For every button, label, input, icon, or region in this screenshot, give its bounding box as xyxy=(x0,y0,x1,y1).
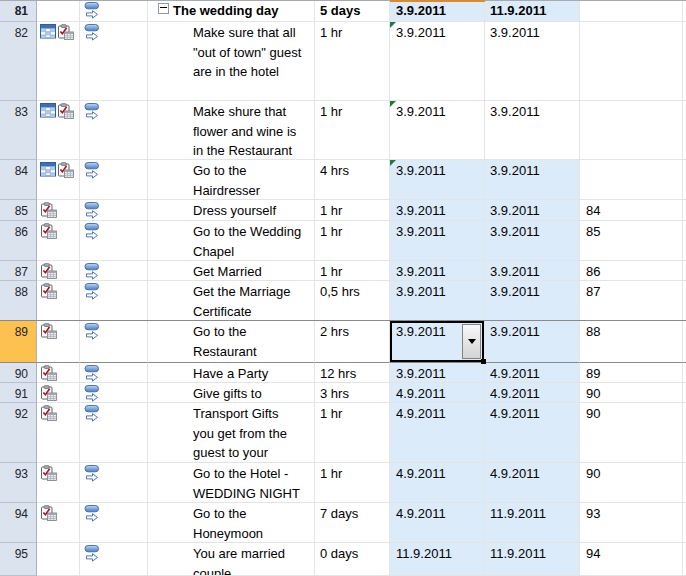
task-mode-cell[interactable] xyxy=(80,363,148,383)
row-id-cell[interactable]: 91 xyxy=(0,383,37,403)
indicators-cell[interactable] xyxy=(37,403,80,463)
finish-cell[interactable]: 3.9.2011 xyxy=(485,261,580,281)
task-mode-cell[interactable] xyxy=(80,101,148,160)
date-dropdown-button[interactable] xyxy=(462,324,481,359)
start-cell[interactable]: 3.9.2011 xyxy=(390,0,485,22)
task-name-cell[interactable]: You are married couple. xyxy=(148,543,315,576)
finish-cell[interactable]: 4.9.2011 xyxy=(485,363,580,383)
duration-cell[interactable]: 1 hr xyxy=(315,22,390,101)
duration-cell[interactable]: 1 hr xyxy=(315,221,390,261)
row-id-cell[interactable]: 84 xyxy=(0,160,37,200)
start-cell[interactable]: 3.9.2011 xyxy=(390,261,485,281)
start-cell[interactable]: 3.9.2011 xyxy=(390,321,485,363)
predecessors-cell[interactable]: 89 xyxy=(580,363,683,383)
start-cell[interactable]: 3.9.2011 xyxy=(390,101,485,160)
finish-cell[interactable]: 3.9.2011 xyxy=(485,281,580,321)
task-name-cell[interactable]: Make sure that all "out of town" guest a… xyxy=(148,22,315,101)
finish-cell[interactable]: 11.9.2011 xyxy=(485,543,580,576)
task-mode-cell[interactable] xyxy=(80,221,148,261)
row-id-cell[interactable]: 94 xyxy=(0,503,37,543)
start-cell[interactable]: 4.9.2011 xyxy=(390,403,485,463)
indicators-cell[interactable] xyxy=(37,281,80,321)
start-cell[interactable]: 3.9.2011 xyxy=(390,200,485,221)
task-mode-cell[interactable] xyxy=(80,0,148,22)
duration-cell[interactable]: 12 hrs xyxy=(315,363,390,383)
task-name-cell[interactable]: Go to the Restaurant xyxy=(148,321,315,363)
row-id-cell[interactable]: 90 xyxy=(0,363,37,383)
row-id-cell[interactable]: 86 xyxy=(0,221,37,261)
fill-handle[interactable] xyxy=(481,359,486,364)
duration-cell[interactable]: 1 hr xyxy=(315,403,390,463)
finish-cell[interactable]: 4.9.2011 xyxy=(485,383,580,403)
finish-cell[interactable]: 11.9.2011 xyxy=(485,0,580,22)
task-name-cell[interactable]: Give gifts to guests xyxy=(148,383,315,403)
task-mode-cell[interactable] xyxy=(80,261,148,281)
task-name-cell[interactable]: Go to the Honeymoon xyxy=(148,503,315,543)
indicators-cell[interactable] xyxy=(37,22,80,101)
predecessors-cell[interactable]: 86 xyxy=(580,261,683,281)
finish-cell[interactable]: 3.9.2011 xyxy=(485,160,580,200)
row-id-cell[interactable]: 87 xyxy=(0,261,37,281)
start-cell[interactable]: 4.9.2011 xyxy=(390,463,485,503)
start-cell[interactable]: 11.9.2011 xyxy=(390,543,485,576)
row-id-cell[interactable]: 83 xyxy=(0,101,37,160)
predecessors-cell[interactable]: 94 xyxy=(580,543,683,576)
collapse-minus-icon[interactable] xyxy=(158,3,169,14)
duration-cell[interactable]: 2 hrs xyxy=(315,321,390,363)
predecessors-cell[interactable]: 90 xyxy=(580,383,683,403)
indicators-cell[interactable] xyxy=(37,463,80,503)
predecessors-cell[interactable] xyxy=(580,0,683,22)
row-id-cell[interactable]: 85 xyxy=(0,200,37,221)
indicators-cell[interactable] xyxy=(37,383,80,403)
start-cell[interactable]: 3.9.2011 xyxy=(390,22,485,101)
predecessors-cell[interactable] xyxy=(580,22,683,101)
start-cell[interactable]: 4.9.2011 xyxy=(390,503,485,543)
indicators-cell[interactable] xyxy=(37,503,80,543)
task-mode-cell[interactable] xyxy=(80,160,148,200)
indicators-cell[interactable] xyxy=(37,363,80,383)
finish-cell[interactable]: 4.9.2011 xyxy=(485,403,580,463)
start-cell[interactable]: 3.9.2011 xyxy=(390,160,485,200)
finish-cell[interactable]: 11.9.2011 xyxy=(485,503,580,543)
duration-cell[interactable]: 1 hr xyxy=(315,463,390,503)
start-cell[interactable]: 3.9.2011 xyxy=(390,363,485,383)
indicators-cell[interactable] xyxy=(37,261,80,281)
finish-cell[interactable]: 3.9.2011 xyxy=(485,321,580,363)
predecessors-cell[interactable]: 85 xyxy=(580,221,683,261)
task-name-cell[interactable]: Get the Marriage Certificate xyxy=(148,281,315,321)
task-name-cell[interactable]: Transport Gifts you get from the guest t… xyxy=(148,403,315,463)
predecessors-cell[interactable]: 90 xyxy=(580,403,683,463)
predecessors-cell[interactable]: 90 xyxy=(580,463,683,503)
start-cell[interactable]: 4.9.2011 xyxy=(390,383,485,403)
row-id-cell[interactable]: 93 xyxy=(0,463,37,503)
duration-cell[interactable]: 0 days xyxy=(315,543,390,576)
task-name-cell[interactable]: Go to the Hotel - WEDDING NIGHT xyxy=(148,463,315,503)
start-cell[interactable]: 3.9.2011 xyxy=(390,281,485,321)
row-id-cell[interactable]: 89 xyxy=(0,321,37,363)
finish-cell[interactable]: 3.9.2011 xyxy=(485,22,580,101)
task-name-cell[interactable]: Go to the Wedding Chapel xyxy=(148,221,315,261)
indicators-cell[interactable] xyxy=(37,160,80,200)
duration-cell[interactable]: 3 hrs xyxy=(315,383,390,403)
duration-cell[interactable]: 5 days xyxy=(315,0,390,22)
duration-cell[interactable]: 4 hrs xyxy=(315,160,390,200)
task-mode-cell[interactable] xyxy=(80,503,148,543)
task-name-cell[interactable]: Have a Party xyxy=(148,363,315,383)
row-id-cell[interactable]: 88 xyxy=(0,281,37,321)
row-id-cell[interactable]: 92 xyxy=(0,403,37,463)
task-mode-cell[interactable] xyxy=(80,383,148,403)
predecessors-cell[interactable] xyxy=(580,101,683,160)
duration-cell[interactable]: 7 days xyxy=(315,503,390,543)
task-name-cell[interactable]: Make shure that flower and wine is in th… xyxy=(148,101,315,160)
task-mode-cell[interactable] xyxy=(80,281,148,321)
predecessors-cell[interactable] xyxy=(580,160,683,200)
task-mode-cell[interactable] xyxy=(80,200,148,221)
predecessors-cell[interactable]: 93 xyxy=(580,503,683,543)
indicators-cell[interactable] xyxy=(37,221,80,261)
indicators-cell[interactable] xyxy=(37,0,80,22)
duration-cell[interactable]: 1 hr xyxy=(315,261,390,281)
row-id-cell[interactable]: 81 xyxy=(0,0,37,22)
indicators-cell[interactable] xyxy=(37,321,80,363)
task-name-cell[interactable]: Dress yourself xyxy=(148,200,315,221)
finish-cell[interactable]: 3.9.2011 xyxy=(485,200,580,221)
